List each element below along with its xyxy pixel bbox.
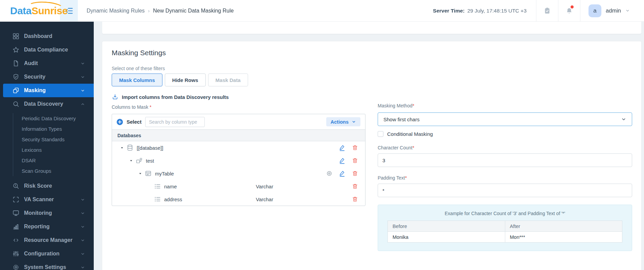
sidebar-subitem-scan-groups[interactable]: Scan Groups	[13, 166, 94, 176]
notifications-button[interactable]	[558, 0, 580, 21]
sidebar-item-data-compliance[interactable]: Data Compliance	[0, 43, 94, 57]
trash-icon[interactable]	[352, 144, 358, 151]
example-cell: Monika	[388, 232, 505, 243]
tree-row-database[interactable]: [[database]]	[112, 141, 365, 154]
database-icon	[126, 144, 134, 151]
conditional-masking-label: Conditional Masking	[387, 131, 433, 137]
chevron-down-icon	[81, 252, 85, 256]
tree-toolbar: Select Actions	[112, 114, 365, 130]
sidebar-item-configuration[interactable]: Configuration	[0, 247, 94, 261]
clipboard-check-icon	[543, 7, 551, 15]
tree-row-name[interactable]: nameVarchar	[112, 180, 365, 193]
caret-down-icon[interactable]	[120, 146, 126, 150]
sidebar-item-data-discovery[interactable]: Data Discovery	[0, 97, 94, 111]
edit-pencil-icon[interactable]	[339, 157, 346, 164]
edit-pencil-icon[interactable]	[339, 170, 346, 177]
sidebar-item-security[interactable]: Security	[0, 70, 94, 84]
sidebar-item-risk-score[interactable]: Risk Score	[0, 179, 94, 193]
server-time: Server Time: 29 July, 17:48:15 UTC +3	[433, 0, 536, 21]
actions-button[interactable]: Actions	[326, 117, 360, 126]
sidebar-subitem-information-types[interactable]: Information Types	[13, 124, 94, 134]
tasks-button[interactable]	[536, 0, 558, 21]
server-time-label: Server Time:	[433, 8, 465, 14]
select-label: Select	[127, 119, 141, 125]
tree-row-test[interactable]: test	[112, 154, 365, 167]
breadcrumb-parent[interactable]: Dynamic Masking Rules	[87, 8, 145, 14]
padding-text-input[interactable]	[378, 184, 632, 197]
file-icon	[12, 60, 20, 67]
sidebar-item-reporting[interactable]: Reporting	[0, 220, 94, 233]
settings-columns: Import columns from Data Discovery resul…	[112, 94, 632, 251]
logo-text-data: Data	[10, 5, 31, 16]
breadcrumb-current: New Dynamic Data Masking Rule	[153, 8, 234, 14]
example-col-header: Before	[388, 221, 505, 232]
example-table: BeforeAfterMonikaMon***	[387, 221, 622, 243]
tree-row-address[interactable]: addressVarchar	[112, 193, 365, 206]
padding-text-label: Padding Text*	[378, 175, 632, 181]
user-menu[interactable]: a admin	[580, 0, 644, 21]
caret-down-icon[interactable]	[129, 159, 135, 163]
masking-method-select[interactable]: Show first chars	[378, 112, 632, 126]
tree-row-mytable[interactable]: myTable	[112, 167, 365, 180]
download-icon	[112, 94, 118, 100]
sidebar-submenu: Periodic Data DiscoveryInformation Types…	[0, 111, 94, 179]
trash-icon[interactable]	[352, 170, 358, 177]
masking-method-value: Show first chars	[383, 117, 420, 122]
sidebar-item-audit[interactable]: Audit	[0, 57, 94, 70]
example-box: Example for Character Count of '3' and P…	[378, 205, 632, 251]
masking-method-label: Masking Method*	[378, 103, 632, 108]
caret-down-icon[interactable]	[138, 172, 145, 175]
trash-icon[interactable]	[352, 196, 358, 203]
chevron-down-icon	[81, 61, 85, 66]
import-columns-label: Import columns from Data Discovery resul…	[122, 94, 229, 100]
header-right: Server Time: 29 July, 17:48:15 UTC +3 a …	[433, 0, 644, 21]
app-logo[interactable]: DataSunrise	[0, 0, 60, 21]
sidebar-item-dashboard[interactable]: Dashboard	[0, 29, 94, 43]
chevron-down-icon	[81, 198, 85, 202]
character-count-input[interactable]	[378, 153, 632, 167]
chevron-up-icon	[81, 102, 85, 106]
trash-icon[interactable]	[352, 183, 358, 190]
chevron-down-icon	[81, 211, 85, 215]
server-time-value: 29 July, 17:48:15 UTC +3	[467, 8, 527, 14]
filter-button-mask-columns[interactable]: Mask Columns	[112, 74, 162, 86]
trash-icon[interactable]	[352, 157, 358, 164]
character-count-label: Character Count*	[378, 145, 632, 150]
sidebar-item-resource-manager[interactable]: Resource Manager	[0, 233, 94, 247]
masking-settings-card: Masking Settings Select one of these fil…	[102, 41, 641, 270]
sidebar-subitem-periodic-data-discovery[interactable]: Periodic Data Discovery	[13, 113, 94, 124]
sidebar-subitem-lexicons[interactable]: Lexicons	[13, 145, 94, 155]
scan-icon	[12, 196, 20, 203]
chevron-down-icon	[621, 117, 626, 122]
sidebar-item-system-settings[interactable]: System Settings	[0, 261, 94, 270]
filter-button-hide-rows[interactable]: Hide Rows	[165, 74, 206, 86]
masking-method-section: Masking Method* Show first chars Conditi…	[378, 94, 632, 251]
sliders-icon	[12, 250, 20, 257]
sidebar-subitem-security-standards[interactable]: Security Standards	[13, 134, 94, 145]
sidebar-item-va-scanner[interactable]: VA Scanner	[0, 193, 94, 206]
conditional-masking-checkbox[interactable]	[378, 131, 383, 137]
chevron-down-icon	[352, 120, 356, 124]
sidebar-item-monitoring[interactable]: Monitoring	[0, 206, 94, 220]
edit-pencil-icon[interactable]	[339, 144, 346, 151]
code-icon	[12, 236, 20, 244]
sidebar-subitem-dsar[interactable]: DSAR	[13, 155, 94, 166]
column-type-search-input[interactable]	[145, 117, 205, 127]
shield-icon	[12, 73, 20, 81]
chevron-down-icon	[81, 88, 85, 93]
databases-group-header: Databases	[112, 130, 365, 141]
chevron-down-icon	[625, 8, 630, 13]
eye-icon[interactable]	[326, 170, 333, 177]
filter-button-mask-data[interactable]: Mask Data	[208, 74, 248, 86]
main-content: Masking Settings Select one of these fil…	[94, 21, 644, 270]
chevron-down-icon	[81, 225, 85, 229]
columns-to-mask-label: Columns to Mask *	[112, 104, 365, 110]
import-columns-link[interactable]: Import columns from Data Discovery resul…	[112, 94, 365, 100]
mask-icon	[12, 87, 20, 94]
monitor-icon	[12, 209, 20, 217]
avatar: a	[589, 4, 601, 17]
sidebar-item-masking[interactable]: Masking	[3, 84, 94, 97]
chevron-down-icon	[81, 238, 85, 243]
add-column-button[interactable]	[116, 118, 124, 126]
example-title: Example for Character Count of '3' and P…	[387, 211, 622, 216]
